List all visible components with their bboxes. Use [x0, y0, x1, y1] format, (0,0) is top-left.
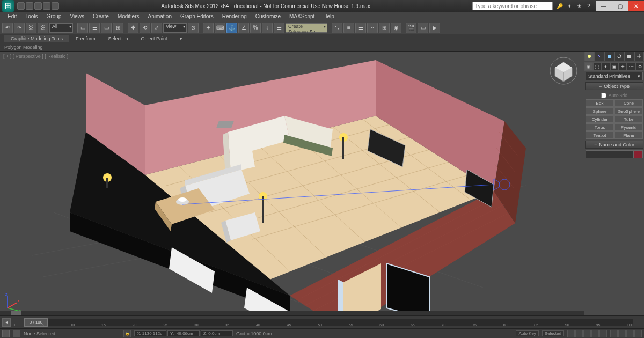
app-menu-button[interactable]: ⽥	[2, 0, 14, 12]
align-button[interactable]: ≡	[343, 23, 354, 33]
qat-open-icon[interactable]	[26, 2, 33, 10]
select-by-name-button[interactable]: ☰	[89, 23, 100, 33]
edit-named-selection-button[interactable]: ☰	[274, 23, 284, 33]
snap-toggle-button[interactable]: ⚓	[226, 23, 237, 33]
object-name-input[interactable]	[586, 150, 633, 158]
ribbon-tab-graphite[interactable]: Graphite Modeling Tools	[4, 35, 69, 42]
cmd-tab-display[interactable]	[624, 52, 634, 61]
prev-frame-icon[interactable]	[575, 330, 583, 337]
select-object-button[interactable]: ▭	[77, 23, 88, 33]
manipulate-button[interactable]: ✦	[203, 23, 214, 33]
spinner-snap-button[interactable]: ↕	[262, 23, 273, 33]
orbit-icon[interactable]	[626, 330, 634, 337]
menu-grapheditors[interactable]: Graph Editors	[176, 12, 218, 20]
autokey-button[interactable]: Auto Key	[516, 330, 538, 336]
subtab-geometry[interactable]: ◉	[584, 62, 593, 71]
keyboard-shortcut-button[interactable]: ⌨	[215, 23, 225, 33]
rendered-frame-button[interactable]: ▭	[418, 23, 428, 33]
named-selection-dropdown[interactable]: Create Selection Se	[286, 23, 327, 33]
maximize-button[interactable]: ▢	[612, 1, 628, 11]
scale-button[interactable]: ⤢	[151, 23, 162, 33]
selection-lock-icon[interactable]: 🔒	[123, 330, 131, 337]
subtab-shapes[interactable]: ◯	[593, 62, 602, 71]
subtab-cameras[interactable]: ▣	[610, 62, 619, 71]
viewcube[interactable]	[550, 57, 577, 85]
ribbon-tab-selection[interactable]: Selection	[101, 35, 134, 42]
subtab-helpers[interactable]: ✚	[618, 62, 627, 71]
qat-redo-icon[interactable]	[52, 2, 59, 10]
select-region-button[interactable]: ▭	[101, 23, 112, 33]
viewport-scrollbar-h[interactable]	[0, 311, 584, 315]
link-button[interactable]: ⛓	[26, 23, 36, 33]
menu-create[interactable]: Create	[89, 12, 113, 20]
angle-snap-button[interactable]: ∠	[238, 23, 249, 33]
timeline-prev-icon[interactable]: ◂	[2, 318, 11, 327]
rotate-button[interactable]: ⟲	[140, 23, 150, 33]
undo-button[interactable]: ↶	[2, 23, 13, 33]
ribbon-tab-freeform[interactable]: Freeform	[69, 35, 102, 42]
category-dropdown[interactable]: Standard Primitives▾	[586, 72, 643, 80]
minimize-button[interactable]: —	[596, 1, 612, 11]
viewport[interactable]: [ + ] [ Perspective ] [ Realistic ]	[0, 52, 584, 315]
rollout-object-type[interactable]: −Object Type	[585, 82, 643, 90]
percent-snap-button[interactable]: %	[250, 23, 261, 33]
btn-geosphere[interactable]: GeoSphere	[614, 107, 643, 115]
redo-button[interactable]: ↷	[14, 23, 25, 33]
subtab-systems[interactable]: ⚙	[635, 62, 644, 71]
ribbon-panel-label[interactable]: Polygon Modeling	[0, 43, 644, 52]
cmd-tab-motion[interactable]	[614, 52, 625, 61]
cmd-tab-hierarchy[interactable]	[604, 52, 614, 61]
maximize-viewport-icon[interactable]	[634, 330, 642, 337]
menu-customize[interactable]: Customize	[251, 12, 285, 20]
btn-box[interactable]: Box	[586, 99, 614, 107]
qat-undo-icon[interactable]	[43, 2, 50, 10]
qat-save-icon[interactable]	[34, 2, 42, 10]
selection-filter-dropdown[interactable]: All	[49, 23, 73, 33]
subtab-lights[interactable]: ✦	[602, 62, 610, 71]
subtab-spacewarps[interactable]: 〰	[627, 62, 635, 71]
next-frame-icon[interactable]	[591, 330, 599, 337]
menu-edit[interactable]: Edit	[3, 12, 21, 20]
lock-selection-icon[interactable]	[13, 330, 20, 337]
render-button[interactable]: ▶	[429, 23, 440, 33]
move-button[interactable]: ✥	[128, 23, 138, 33]
help-search-input[interactable]	[472, 2, 553, 10]
cmd-tab-modify[interactable]	[595, 52, 605, 61]
cmd-tab-create[interactable]	[584, 52, 595, 61]
qat-new-icon[interactable]	[17, 2, 25, 10]
unlink-button[interactable]: ⛓	[38, 23, 48, 33]
btn-plane[interactable]: Plane	[614, 131, 643, 139]
btn-cone[interactable]: Cone	[614, 99, 643, 107]
autogrid-checkbox[interactable]	[601, 93, 606, 98]
render-setup-button[interactable]: 🎬	[406, 23, 416, 33]
window-crossing-button[interactable]: ⊞	[113, 23, 123, 33]
cmd-tab-utilities[interactable]	[634, 52, 645, 61]
zoom-icon[interactable]	[618, 330, 626, 337]
menu-rendering[interactable]: Rendering	[218, 12, 251, 20]
goto-end-icon[interactable]	[599, 330, 607, 337]
ribbon-expand-icon[interactable]: ▾	[173, 35, 188, 42]
exchange-icon[interactable]: ✦	[566, 2, 573, 10]
maxscript-listener-icon[interactable]	[2, 330, 10, 337]
object-color-swatch[interactable]	[633, 150, 643, 158]
favorite-icon[interactable]: ★	[575, 2, 583, 10]
layers-button[interactable]: ☰	[355, 23, 366, 33]
btn-sphere[interactable]: Sphere	[586, 107, 614, 115]
ref-coord-dropdown[interactable]: View	[163, 23, 187, 33]
coord-x[interactable]: X: 1136.112c	[134, 330, 166, 336]
material-editor-button[interactable]: ◉	[391, 23, 401, 33]
menu-help[interactable]: Help	[319, 12, 339, 20]
goto-start-icon[interactable]	[567, 330, 575, 337]
play-icon[interactable]	[583, 330, 591, 337]
curve-editor-button[interactable]: 〰	[367, 23, 378, 33]
menu-modifiers[interactable]: Modifiers	[113, 12, 144, 20]
btn-teapot[interactable]: Teapot	[586, 131, 614, 139]
viewport-label[interactable]: [ + ] [ Perspective ] [ Realistic ]	[3, 54, 68, 59]
use-center-button[interactable]: ⊙	[188, 23, 199, 33]
menu-animation[interactable]: Animation	[143, 12, 175, 20]
menu-maxscript[interactable]: MAXScript	[285, 12, 319, 20]
btn-cylinder[interactable]: Cylinder	[586, 115, 614, 123]
mirror-button[interactable]: ⇋	[332, 23, 342, 33]
pan-icon[interactable]	[610, 330, 618, 337]
ribbon-tab-objectpaint[interactable]: Object Paint	[134, 35, 173, 42]
